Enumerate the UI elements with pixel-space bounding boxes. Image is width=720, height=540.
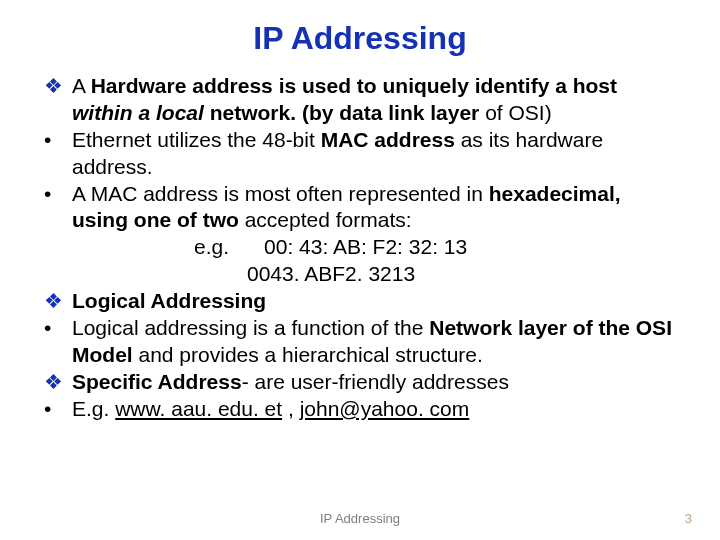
- slide-content: ❖ A Hardware address is used to uniquely…: [44, 73, 676, 422]
- text-bold: is used to uniquely identify a host: [279, 74, 617, 97]
- text-bold: Specific Address: [72, 370, 242, 393]
- text: accepted formats:: [245, 208, 412, 231]
- bullet-specific-address: ❖ Specific Address- are user-friendly ad…: [44, 369, 676, 396]
- diamond-icon: ❖: [44, 73, 72, 127]
- example-mac-colon: e.g. 00: 43: AB: F2: 32: 13: [44, 234, 676, 261]
- text-bold: MAC address: [321, 128, 461, 151]
- bullet-logical-addressing: ❖ Logical Addressing: [44, 288, 676, 315]
- text: E.g.: [72, 397, 115, 420]
- text-italic: within a local: [72, 101, 210, 124]
- text: - are user-friendly addresses: [242, 370, 509, 393]
- text: Ethernet utilizes the 48-bit: [72, 128, 321, 151]
- text: Logical addressing is a function of the: [72, 316, 429, 339]
- text: ,: [282, 397, 300, 420]
- text: and provides a hierarchical structure.: [139, 343, 483, 366]
- text-bold: Hardware address: [91, 74, 279, 97]
- page-number: 3: [685, 511, 692, 526]
- slide-title: IP Addressing: [44, 20, 676, 57]
- dot-icon: •: [44, 396, 72, 423]
- diamond-icon: ❖: [44, 369, 72, 396]
- dot-icon: •: [44, 315, 72, 369]
- text: A: [72, 74, 91, 97]
- bullet-mac-hex: • A MAC address is most often represente…: [44, 181, 676, 235]
- diamond-icon: ❖: [44, 288, 72, 315]
- bullet-ethernet-mac: • Ethernet utilizes the 48-bit MAC addre…: [44, 127, 676, 181]
- example-mac-dot: 0043. ABF2. 3213: [44, 261, 676, 288]
- text: A MAC address is most often represented …: [72, 182, 489, 205]
- dot-icon: •: [44, 181, 72, 235]
- text-bold: Logical Addressing: [72, 289, 266, 312]
- text: of OSI): [485, 101, 552, 124]
- text-bold: network. (by data link layer: [210, 101, 485, 124]
- bullet-logical-function: • Logical addressing is a function of th…: [44, 315, 676, 369]
- link-aau[interactable]: www. aau. edu. et: [115, 397, 282, 420]
- bullet-example-addresses: • E.g. www. aau. edu. et , john@yahoo. c…: [44, 396, 676, 423]
- slide: IP Addressing ❖ A Hardware address is us…: [0, 0, 720, 422]
- bullet-hardware-address: ❖ A Hardware address is used to uniquely…: [44, 73, 676, 127]
- dot-icon: •: [44, 127, 72, 181]
- footer-title: IP Addressing: [0, 511, 720, 526]
- link-email[interactable]: john@yahoo. com: [300, 397, 470, 420]
